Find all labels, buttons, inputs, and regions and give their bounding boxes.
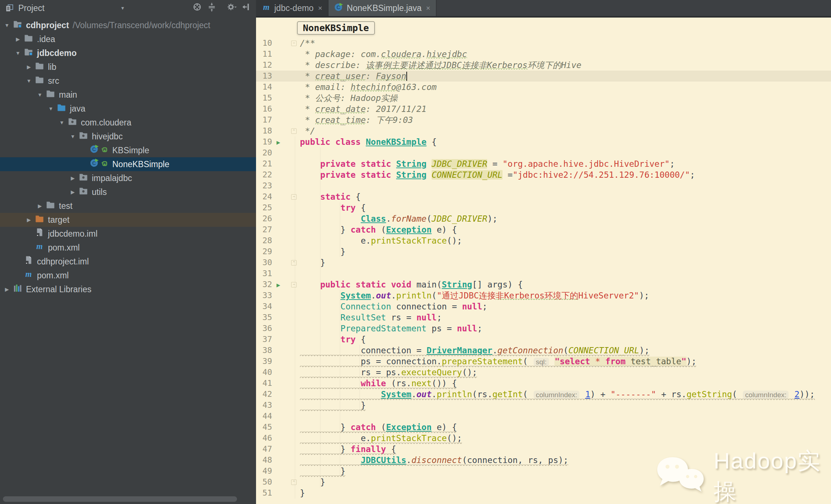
code-line-39[interactable]: 39 ps = connection.prepareStatement( sql… xyxy=(256,356,831,367)
code-line-16[interactable]: 16 * creat_date: 2017/11/21 xyxy=(256,104,831,114)
tab-jdbc-demo[interactable]: mjdbc-demo× xyxy=(256,0,328,16)
editor-tab-bar: mjdbc-demo×CNoneKBSimple.java× xyxy=(256,0,831,16)
tab-nonekbsimple-java[interactable]: CNoneKBSimple.java× xyxy=(328,0,436,16)
code-line-13[interactable]: 13 * creat_user: Fayson xyxy=(256,71,831,82)
run-icon[interactable]: ▶ xyxy=(277,279,280,290)
collapse-arrow-icon[interactable]: ▼ xyxy=(35,88,45,102)
close-icon[interactable]: × xyxy=(318,4,322,12)
code-line-43[interactable]: 43 } xyxy=(256,400,831,411)
code-line-24[interactable]: 24− static { xyxy=(256,191,831,202)
tree-item-jdbcdemo[interactable]: ▼jdbcdemo xyxy=(0,46,256,60)
tree-item-label: External Libraries xyxy=(26,282,91,296)
tree-item-external-libraries[interactable]: ▶External Libraries xyxy=(0,282,256,296)
code-line-31[interactable]: 31 xyxy=(256,268,831,279)
fold-icon[interactable]: − xyxy=(291,282,297,287)
tree-item-pom-xml[interactable]: mpom.xml xyxy=(0,268,256,282)
fold-icon[interactable]: − xyxy=(291,194,297,200)
code-line-30[interactable]: 30⌃ } xyxy=(256,257,831,268)
code-line-32[interactable]: 32▶− public static void main(String[] ar… xyxy=(256,279,831,290)
tree-item-com-cloudera[interactable]: ▼com.cloudera xyxy=(0,116,256,129)
code-line-12[interactable]: 12 * describe: 该事例主要讲述通过JDBC连接非Kerberos环… xyxy=(256,60,831,71)
expand-arrow-icon[interactable]: ▶ xyxy=(24,60,34,74)
code-line-38[interactable]: 38 connection = DriverManager.getConnect… xyxy=(256,345,831,356)
tree-item-src[interactable]: ▼src xyxy=(0,74,256,88)
collapse-arrow-icon[interactable]: ▼ xyxy=(68,129,78,143)
locate-button[interactable] xyxy=(192,2,202,14)
code-text: private static String JDBC_DRIVER = "org… xyxy=(300,158,675,169)
code-line-25[interactable]: 25 try { xyxy=(256,202,831,213)
tree-item-label: src xyxy=(48,74,59,88)
code-line-10[interactable]: 10−/** xyxy=(256,38,831,49)
expand-arrow-icon[interactable]: ▶ xyxy=(68,171,78,185)
code-line-21[interactable]: 21 private static String JDBC_DRIVER = "… xyxy=(256,158,831,169)
code-line-19[interactable]: 19▶public class NoneKBSimple { xyxy=(256,136,831,147)
code-text: PreparedStatement ps = null; xyxy=(300,323,482,334)
code-line-11[interactable]: 11 * package: com.cloudera.hivejdbc xyxy=(256,49,831,60)
hide-panel-button[interactable] xyxy=(242,2,252,14)
tree-item-pom-xml[interactable]: mpom.xml xyxy=(0,241,256,255)
code-line-33[interactable]: 33 System.out.println("通过JDBC连接非Kerberos… xyxy=(256,290,831,301)
tree-item-main[interactable]: ▼main xyxy=(0,88,256,102)
collapse-arrow-icon[interactable]: ▼ xyxy=(46,102,56,116)
code-line-40[interactable]: 40 rs = ps.executeQuery(); xyxy=(256,367,831,378)
code-line-18[interactable]: 18⌃ */ xyxy=(256,125,831,136)
code-line-27[interactable]: 27 } catch (Exception e) { xyxy=(256,224,831,235)
expand-arrow-icon[interactable]: ▶ xyxy=(68,185,78,199)
collapse-all-button[interactable] xyxy=(207,2,217,14)
tree-item-cdhproject[interactable]: ▼cdhproject/Volumes/Transcend/work/cdhpr… xyxy=(0,18,256,32)
code-line-41[interactable]: 41 while (rs.next()) { xyxy=(256,378,831,389)
code-line-46[interactable]: 46 e.printStackTrace(); xyxy=(256,433,831,444)
project-horizontal-scrollbar[interactable] xyxy=(3,496,237,502)
code-line-17[interactable]: 17 * creat_time: 下午9:03 xyxy=(256,114,831,125)
fold-icon[interactable]: − xyxy=(291,41,297,46)
project-panel-toolbar xyxy=(192,0,252,16)
collapse-arrow-icon[interactable]: ▼ xyxy=(13,46,23,60)
tree-item-lib[interactable]: ▶lib xyxy=(0,60,256,74)
expand-arrow-icon[interactable]: ▶ xyxy=(13,32,23,46)
code-line-35[interactable]: 35 ResultSet rs = null; xyxy=(256,312,831,323)
tree-item-hivejdbc[interactable]: ▼hivejdbc xyxy=(0,129,256,143)
code-line-45[interactable]: 45 } catch (Exception e) { xyxy=(256,422,831,433)
tree-item-jdbcdemo-iml[interactable]: jdbcdemo.iml xyxy=(0,227,256,241)
run-icon[interactable]: ▶ xyxy=(277,137,280,148)
code-line-14[interactable]: 14 * email: htechinfo@163.com xyxy=(256,82,831,93)
tree-item-impalajdbc[interactable]: ▶impalajdbc xyxy=(0,171,256,185)
code-line-22[interactable]: 22 private static String CONNECTION_URL … xyxy=(256,169,831,180)
tree-item-kbsimple[interactable]: CKBSimple xyxy=(0,143,256,157)
code-line-37[interactable]: 37 try { xyxy=(256,334,831,345)
code-line-44[interactable]: 44 xyxy=(256,411,831,422)
tree-item-test[interactable]: ▶test xyxy=(0,199,256,213)
code-line-23[interactable]: 23 xyxy=(256,180,831,191)
tree-item-java[interactable]: ▼java xyxy=(0,102,256,116)
chevron-down-icon[interactable]: ▾ xyxy=(121,5,124,11)
collapse-arrow-icon[interactable]: ▼ xyxy=(24,74,34,88)
settings-button[interactable] xyxy=(227,2,237,14)
code-editor[interactable]: NoneKBSimple 10−/**11 * package: com.clo… xyxy=(256,18,831,504)
tree-item--idea[interactable]: ▶.idea xyxy=(0,32,256,46)
project-panel-title[interactable]: Project xyxy=(18,3,45,13)
tree-item-nonekbsimple[interactable]: CNoneKBSimple xyxy=(0,157,256,171)
tree-item-utils[interactable]: ▶utils xyxy=(0,185,256,199)
collapse-arrow-icon[interactable]: ▼ xyxy=(2,18,12,32)
code-line-20[interactable]: 20 xyxy=(256,147,831,158)
tree-item-label: test xyxy=(59,199,72,213)
code-line-34[interactable]: 34 Connection connection = null; xyxy=(256,301,831,312)
code-line-28[interactable]: 28 e.printStackTrace(); xyxy=(256,235,831,246)
code-area[interactable]: 10−/**11 * package: com.cloudera.hivejdb… xyxy=(256,38,831,499)
fold-icon[interactable]: ⌃ xyxy=(291,479,297,485)
code-line-36[interactable]: 36 PreparedStatement ps = null; xyxy=(256,323,831,334)
close-icon[interactable]: × xyxy=(426,4,430,12)
expand-arrow-icon[interactable]: ▶ xyxy=(35,199,45,213)
tree-item-label: com.cloudera xyxy=(81,116,131,129)
code-line-29[interactable]: 29 } xyxy=(256,246,831,257)
code-line-42[interactable]: 42 System.out.println(rs.getInt( columnI… xyxy=(256,389,831,400)
expand-arrow-icon[interactable]: ▶ xyxy=(2,282,12,296)
fold-icon[interactable]: ⌃ xyxy=(291,260,297,266)
expand-arrow-icon[interactable]: ▶ xyxy=(24,213,34,227)
fold-icon[interactable]: ⌃ xyxy=(291,128,297,134)
tree-item-cdhproject-iml[interactable]: cdhproject.iml xyxy=(0,255,256,268)
collapse-arrow-icon[interactable]: ▼ xyxy=(57,116,67,129)
code-line-26[interactable]: 26 Class.forName(JDBC_DRIVER); xyxy=(256,213,831,224)
tree-item-target[interactable]: ▶target xyxy=(0,213,256,227)
code-line-15[interactable]: 15 * 公众号: Hadoop实操 xyxy=(256,93,831,104)
